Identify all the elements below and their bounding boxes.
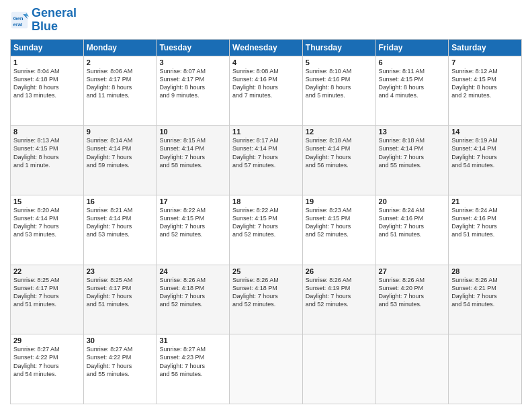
day-number: 2 [87, 58, 154, 66]
day-info: Sunrise: 8:11 AM Sunset: 4:15 PM Dayligh… [379, 67, 446, 100]
day-info: Sunrise: 8:26 AM Sunset: 4:21 PM Dayligh… [451, 276, 519, 309]
cell-3-1: 15Sunrise: 8:20 AM Sunset: 4:14 PM Dayli… [11, 195, 84, 265]
day-info: Sunrise: 8:06 AM Sunset: 4:17 PM Dayligh… [87, 67, 154, 100]
day-info: Sunrise: 8:20 AM Sunset: 4:14 PM Dayligh… [13, 206, 81, 239]
day-number: 26 [306, 267, 373, 275]
day-number: 22 [13, 267, 81, 275]
cell-1-7: 7Sunrise: 8:12 AM Sunset: 4:15 PM Daylig… [449, 56, 522, 126]
day-info: Sunrise: 8:27 AM Sunset: 4:22 PM Dayligh… [13, 345, 81, 378]
day-number: 16 [87, 197, 154, 205]
day-info: Sunrise: 8:14 AM Sunset: 4:14 PM Dayligh… [87, 136, 154, 169]
col-header-thursday: Thursday [302, 39, 375, 56]
day-info: Sunrise: 8:25 AM Sunset: 4:17 PM Dayligh… [13, 276, 81, 309]
day-number: 5 [306, 58, 373, 66]
day-info: Sunrise: 8:26 AM Sunset: 4:18 PM Dayligh… [232, 276, 300, 309]
day-number: 25 [232, 267, 300, 275]
cell-5-2: 30Sunrise: 8:27 AM Sunset: 4:22 PM Dayli… [83, 334, 157, 404]
cell-3-3: 17Sunrise: 8:22 AM Sunset: 4:15 PM Dayli… [157, 195, 230, 265]
cell-2-2: 9Sunrise: 8:14 AM Sunset: 4:14 PM Daylig… [83, 126, 157, 195]
week-row-3: 15Sunrise: 8:20 AM Sunset: 4:14 PM Dayli… [11, 195, 522, 265]
day-info: Sunrise: 8:24 AM Sunset: 4:16 PM Dayligh… [451, 206, 519, 239]
day-number: 21 [451, 197, 519, 205]
day-number: 7 [451, 58, 519, 66]
day-number: 30 [87, 336, 154, 345]
cell-2-5: 12Sunrise: 8:18 AM Sunset: 4:14 PM Dayli… [302, 126, 375, 195]
week-row-4: 22Sunrise: 8:25 AM Sunset: 4:17 PM Dayli… [11, 265, 522, 334]
cell-1-2: 2Sunrise: 8:06 AM Sunset: 4:17 PM Daylig… [83, 56, 157, 126]
cell-4-2: 23Sunrise: 8:25 AM Sunset: 4:17 PM Dayli… [83, 265, 157, 334]
cell-1-3: 3Sunrise: 8:07 AM Sunset: 4:17 PM Daylig… [157, 56, 230, 126]
calendar-table: SundayMondayTuesdayWednesdayThursdayFrid… [10, 39, 522, 404]
cell-3-5: 19Sunrise: 8:23 AM Sunset: 4:15 PM Dayli… [302, 195, 375, 265]
day-number: 27 [379, 267, 446, 275]
day-number: 1 [13, 58, 81, 66]
day-info: Sunrise: 8:25 AM Sunset: 4:17 PM Dayligh… [87, 276, 154, 309]
day-number: 4 [232, 58, 300, 66]
cell-2-1: 8Sunrise: 8:13 AM Sunset: 4:15 PM Daylig… [11, 126, 84, 195]
day-number: 12 [306, 128, 373, 136]
cell-2-6: 13Sunrise: 8:18 AM Sunset: 4:14 PM Dayli… [375, 126, 449, 195]
day-info: Sunrise: 8:22 AM Sunset: 4:15 PM Dayligh… [232, 206, 300, 239]
cell-3-7: 21Sunrise: 8:24 AM Sunset: 4:16 PM Dayli… [449, 195, 522, 265]
day-number: 9 [87, 128, 154, 136]
day-number: 15 [13, 197, 81, 205]
day-info: Sunrise: 8:18 AM Sunset: 4:14 PM Dayligh… [379, 136, 446, 169]
cell-1-4: 4Sunrise: 8:08 AM Sunset: 4:16 PM Daylig… [230, 56, 303, 126]
cell-5-7 [449, 334, 522, 404]
cell-4-6: 27Sunrise: 8:26 AM Sunset: 4:20 PM Dayli… [375, 265, 449, 334]
col-header-tuesday: Tuesday [157, 39, 230, 56]
cell-4-7: 28Sunrise: 8:26 AM Sunset: 4:21 PM Dayli… [449, 265, 522, 334]
day-number: 23 [87, 267, 154, 275]
day-number: 13 [379, 128, 446, 136]
col-header-saturday: Saturday [449, 39, 522, 56]
day-info: Sunrise: 8:18 AM Sunset: 4:14 PM Dayligh… [306, 136, 373, 169]
logo: Gen eral General Blue [10, 7, 77, 34]
week-row-1: 1Sunrise: 8:04 AM Sunset: 4:18 PM Daylig… [11, 56, 522, 126]
col-header-wednesday: Wednesday [230, 39, 303, 56]
cell-5-6 [375, 334, 449, 404]
logo-icon: Gen eral [10, 11, 29, 30]
day-number: 24 [159, 267, 226, 275]
day-number: 6 [379, 58, 446, 66]
day-info: Sunrise: 8:22 AM Sunset: 4:15 PM Dayligh… [159, 206, 226, 239]
day-number: 8 [13, 128, 81, 136]
day-number: 20 [379, 197, 446, 205]
cell-1-5: 5Sunrise: 8:10 AM Sunset: 4:16 PM Daylig… [302, 56, 375, 126]
week-row-2: 8Sunrise: 8:13 AM Sunset: 4:15 PM Daylig… [11, 126, 522, 195]
day-info: Sunrise: 8:26 AM Sunset: 4:20 PM Dayligh… [379, 276, 446, 309]
day-number: 10 [159, 128, 226, 136]
day-info: Sunrise: 8:27 AM Sunset: 4:22 PM Dayligh… [87, 345, 154, 378]
svg-text:eral: eral [13, 21, 22, 28]
day-number: 17 [159, 197, 226, 205]
day-info: Sunrise: 8:24 AM Sunset: 4:16 PM Dayligh… [379, 206, 446, 239]
day-number: 29 [13, 336, 81, 345]
day-info: Sunrise: 8:26 AM Sunset: 4:18 PM Dayligh… [159, 276, 226, 309]
cell-2-3: 10Sunrise: 8:15 AM Sunset: 4:14 PM Dayli… [157, 126, 230, 195]
day-info: Sunrise: 8:08 AM Sunset: 4:16 PM Dayligh… [232, 67, 300, 100]
header-row: SundayMondayTuesdayWednesdayThursdayFrid… [11, 39, 522, 56]
cell-5-4 [230, 334, 303, 404]
cell-4-3: 24Sunrise: 8:26 AM Sunset: 4:18 PM Dayli… [157, 265, 230, 334]
day-info: Sunrise: 8:12 AM Sunset: 4:15 PM Dayligh… [451, 67, 519, 100]
header: Gen eral General Blue [10, 7, 522, 34]
day-number: 3 [159, 58, 226, 66]
day-info: Sunrise: 8:21 AM Sunset: 4:14 PM Dayligh… [87, 206, 154, 239]
col-header-friday: Friday [375, 39, 449, 56]
cell-1-6: 6Sunrise: 8:11 AM Sunset: 4:15 PM Daylig… [375, 56, 449, 126]
cell-3-2: 16Sunrise: 8:21 AM Sunset: 4:14 PM Dayli… [83, 195, 157, 265]
day-info: Sunrise: 8:04 AM Sunset: 4:18 PM Dayligh… [13, 67, 81, 100]
cell-3-6: 20Sunrise: 8:24 AM Sunset: 4:16 PM Dayli… [375, 195, 449, 265]
week-row-5: 29Sunrise: 8:27 AM Sunset: 4:22 PM Dayli… [11, 334, 522, 404]
day-number: 11 [232, 128, 300, 136]
col-header-monday: Monday [83, 39, 157, 56]
cell-2-4: 11Sunrise: 8:17 AM Sunset: 4:14 PM Dayli… [230, 126, 303, 195]
page: Gen eral General Blue SundayMondayTuesda… [0, 0, 532, 411]
cell-2-7: 14Sunrise: 8:19 AM Sunset: 4:14 PM Dayli… [449, 126, 522, 195]
day-info: Sunrise: 8:07 AM Sunset: 4:17 PM Dayligh… [159, 67, 226, 100]
day-info: Sunrise: 8:23 AM Sunset: 4:15 PM Dayligh… [306, 206, 373, 239]
day-info: Sunrise: 8:27 AM Sunset: 4:23 PM Dayligh… [159, 345, 226, 378]
day-info: Sunrise: 8:26 AM Sunset: 4:19 PM Dayligh… [306, 276, 373, 309]
day-info: Sunrise: 8:17 AM Sunset: 4:14 PM Dayligh… [232, 136, 300, 169]
day-number: 19 [306, 197, 373, 205]
cell-5-1: 29Sunrise: 8:27 AM Sunset: 4:22 PM Dayli… [11, 334, 84, 404]
